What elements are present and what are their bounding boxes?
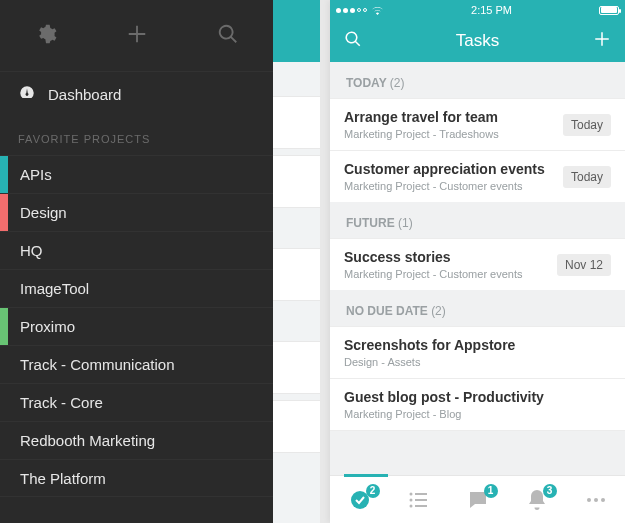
gear-icon[interactable] bbox=[35, 23, 57, 49]
project-label: HQ bbox=[8, 242, 43, 259]
task-subtitle: Marketing Project - Customer events bbox=[344, 180, 545, 192]
badge: 1 bbox=[484, 484, 498, 498]
status-time: 2:15 PM bbox=[471, 4, 512, 16]
plus-icon[interactable] bbox=[593, 30, 611, 52]
task-title: Arrange travel for team bbox=[344, 109, 499, 125]
wifi-icon bbox=[371, 5, 384, 15]
project-label: Proximo bbox=[8, 318, 75, 335]
badge: 2 bbox=[366, 484, 380, 498]
signal-icon bbox=[336, 8, 367, 13]
status-bar: 2:15 PM bbox=[330, 0, 625, 20]
svg-rect-4 bbox=[415, 499, 427, 501]
project-label: Track - Communication bbox=[8, 356, 174, 373]
task-row[interactable]: Success storiesMarketing Project - Custo… bbox=[330, 238, 625, 290]
sidebar: Dashboard FAVORITE PROJECTS APIsDesignHQ… bbox=[0, 0, 273, 523]
svg-point-9 bbox=[601, 498, 605, 502]
sidebar-project[interactable]: Redbooth Marketing bbox=[0, 421, 273, 459]
sidebar-project[interactable]: Track - Core bbox=[0, 383, 273, 421]
project-color-dot bbox=[0, 194, 8, 231]
svg-point-1 bbox=[409, 492, 412, 495]
project-color-dot bbox=[0, 308, 8, 345]
project-label: ImageTool bbox=[8, 280, 89, 297]
svg-point-5 bbox=[409, 504, 412, 507]
svg-point-3 bbox=[409, 498, 412, 501]
tab-bar: 2 1 3 bbox=[330, 475, 625, 523]
navbar: Tasks bbox=[330, 20, 625, 62]
tab-tasks[interactable]: 2 bbox=[348, 488, 372, 512]
task-row[interactable]: Customer appreciation eventsMarketing Pr… bbox=[330, 150, 625, 202]
task-list[interactable]: TODAY (2)Arrange travel for teamMarketin… bbox=[330, 62, 625, 475]
project-color-dot bbox=[0, 346, 8, 383]
task-subtitle: Marketing Project - Customer events bbox=[344, 268, 523, 280]
task-row[interactable]: Screenshots for AppstoreDesign - Assets bbox=[330, 326, 625, 378]
sidebar-project[interactable]: Design bbox=[0, 193, 273, 231]
foreground-phone: 2:15 PM Tasks TODAY (2)Arrange travel fo… bbox=[330, 0, 625, 523]
task-subtitle: Design - Assets bbox=[344, 356, 515, 368]
task-title: Success stories bbox=[344, 249, 523, 265]
search-icon[interactable] bbox=[217, 23, 239, 49]
sidebar-project[interactable]: HQ bbox=[0, 231, 273, 269]
due-pill: Nov 12 bbox=[557, 254, 611, 276]
svg-rect-6 bbox=[415, 505, 427, 507]
tab-chat[interactable]: 1 bbox=[466, 488, 490, 512]
due-pill: Today bbox=[563, 166, 611, 188]
section-header: NO DUE DATE (2) bbox=[330, 290, 625, 326]
project-color-dot bbox=[0, 270, 8, 307]
sidebar-project[interactable]: Proximo bbox=[0, 307, 273, 345]
task-title: Customer appreciation events bbox=[344, 161, 545, 177]
sidebar-dashboard[interactable]: Dashboard bbox=[0, 72, 273, 117]
project-color-dot bbox=[0, 384, 8, 421]
sidebar-project[interactable]: Track - Communication bbox=[0, 345, 273, 383]
project-label: The Platform bbox=[8, 470, 106, 487]
sidebar-dashboard-label: Dashboard bbox=[48, 86, 121, 103]
task-title: Screenshots for Appstore bbox=[344, 337, 515, 353]
sidebar-toolbar bbox=[0, 0, 273, 72]
task-row[interactable]: Arrange travel for teamMarketing Project… bbox=[330, 98, 625, 150]
sidebar-project[interactable]: APIs bbox=[0, 155, 273, 193]
section-header: FUTURE (1) bbox=[330, 202, 625, 238]
task-row[interactable]: Guest blog post - ProductivityMarketing … bbox=[330, 378, 625, 431]
badge: 3 bbox=[543, 484, 557, 498]
tab-more[interactable] bbox=[584, 488, 608, 512]
svg-point-8 bbox=[594, 498, 598, 502]
project-color-dot bbox=[0, 460, 8, 496]
project-label: Design bbox=[8, 204, 67, 221]
search-icon[interactable] bbox=[344, 30, 362, 52]
navbar-title: Tasks bbox=[456, 31, 499, 51]
due-pill: Today bbox=[563, 114, 611, 136]
sidebar-section-title: FAVORITE PROJECTS bbox=[0, 117, 273, 155]
plus-icon[interactable] bbox=[126, 23, 148, 49]
sidebar-project[interactable]: ImageTool bbox=[0, 269, 273, 307]
project-color-dot bbox=[0, 422, 8, 459]
dashboard-icon bbox=[18, 84, 36, 105]
task-subtitle: Marketing Project - Tradeshows bbox=[344, 128, 499, 140]
sidebar-project[interactable]: The Platform bbox=[0, 459, 273, 497]
project-color-dot bbox=[0, 232, 8, 269]
project-color-dot bbox=[0, 156, 8, 193]
svg-rect-2 bbox=[415, 493, 427, 495]
project-label: Redbooth Marketing bbox=[8, 432, 155, 449]
svg-point-7 bbox=[587, 498, 591, 502]
tab-list[interactable] bbox=[407, 488, 431, 512]
section-header: TODAY (2) bbox=[330, 62, 625, 98]
tab-notifications[interactable]: 3 bbox=[525, 488, 549, 512]
task-title: Guest blog post - Productivity bbox=[344, 389, 544, 405]
project-label: Track - Core bbox=[8, 394, 103, 411]
task-subtitle: Marketing Project - Blog bbox=[344, 408, 544, 420]
battery-icon bbox=[599, 6, 619, 15]
project-label: APIs bbox=[8, 166, 52, 183]
